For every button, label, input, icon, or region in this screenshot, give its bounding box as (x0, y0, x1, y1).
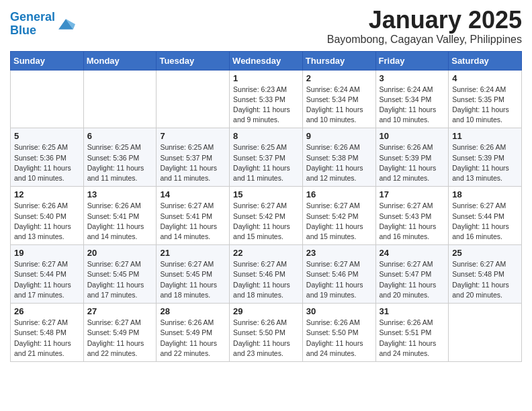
calendar-cell: 16Sunrise: 6:27 AMSunset: 5:42 PMDayligh… (302, 187, 375, 245)
calendar-week-row: 5Sunrise: 6:25 AMSunset: 5:36 PMDaylight… (11, 128, 522, 187)
calendar-cell: 25Sunrise: 6:27 AMSunset: 5:48 PMDayligh… (449, 245, 522, 304)
calendar-cell: 5Sunrise: 6:25 AMSunset: 5:36 PMDaylight… (11, 128, 84, 187)
day-number: 3 (380, 73, 445, 83)
calendar-cell: 21Sunrise: 6:27 AMSunset: 5:45 PMDayligh… (157, 245, 230, 304)
col-header-tuesday: Tuesday (157, 51, 230, 70)
day-number: 14 (160, 189, 226, 199)
day-info: Sunrise: 6:27 AMSunset: 5:44 PMDaylight:… (452, 201, 518, 242)
day-info: Sunrise: 6:26 AMSunset: 5:49 PMDaylight:… (160, 318, 226, 359)
day-info: Sunrise: 6:27 AMSunset: 5:42 PMDaylight:… (233, 201, 299, 242)
day-number: 21 (160, 248, 226, 258)
day-info: Sunrise: 6:26 AMSunset: 5:38 PMDaylight:… (306, 142, 372, 183)
day-number: 24 (380, 248, 445, 258)
calendar-cell: 14Sunrise: 6:27 AMSunset: 5:41 PMDayligh… (157, 187, 230, 245)
calendar-cell: 30Sunrise: 6:26 AMSunset: 5:50 PMDayligh… (302, 304, 375, 362)
day-number: 6 (87, 131, 153, 141)
calendar-week-row: 12Sunrise: 6:26 AMSunset: 5:40 PMDayligh… (11, 187, 522, 245)
calendar-cell: 24Sunrise: 6:27 AMSunset: 5:47 PMDayligh… (375, 245, 449, 304)
title-block: January 2025 Bayombong, Cagayan Valley, … (327, 7, 522, 46)
month-title: January 2025 (327, 7, 522, 34)
calendar-week-row: 26Sunrise: 6:27 AMSunset: 5:48 PMDayligh… (11, 304, 522, 362)
day-number: 13 (87, 189, 153, 199)
day-info: Sunrise: 6:25 AMSunset: 5:36 PMDaylight:… (14, 142, 80, 183)
day-info: Sunrise: 6:27 AMSunset: 5:45 PMDaylight:… (160, 259, 226, 300)
day-number: 17 (380, 189, 445, 199)
day-info: Sunrise: 6:26 AMSunset: 5:51 PMDaylight:… (380, 318, 445, 359)
day-number: 19 (14, 248, 80, 258)
calendar-cell: 13Sunrise: 6:26 AMSunset: 5:41 PMDayligh… (83, 187, 157, 245)
calendar-cell: 3Sunrise: 6:24 AMSunset: 5:34 PMDaylight… (375, 70, 449, 128)
calendar-week-row: 1Sunrise: 6:23 AMSunset: 5:33 PMDaylight… (11, 70, 522, 128)
day-info: Sunrise: 6:24 AMSunset: 5:34 PMDaylight:… (306, 85, 372, 126)
calendar-cell (11, 70, 84, 128)
day-info: Sunrise: 6:26 AMSunset: 5:40 PMDaylight:… (14, 201, 80, 242)
day-info: Sunrise: 6:27 AMSunset: 5:48 PMDaylight:… (452, 259, 518, 300)
calendar-header-row: SundayMondayTuesdayWednesdayThursdayFrid… (11, 51, 522, 70)
calendar-cell (449, 304, 522, 362)
calendar-cell (157, 70, 230, 128)
calendar-week-row: 19Sunrise: 6:27 AMSunset: 5:44 PMDayligh… (11, 245, 522, 304)
day-number: 2 (306, 73, 372, 83)
day-info: Sunrise: 6:25 AMSunset: 5:37 PMDaylight:… (160, 142, 226, 183)
day-number: 8 (233, 131, 299, 141)
logo-text: General Blue (10, 11, 55, 38)
day-number: 23 (306, 248, 372, 258)
calendar-cell: 12Sunrise: 6:26 AMSunset: 5:40 PMDayligh… (11, 187, 84, 245)
day-number: 26 (14, 306, 80, 316)
day-number: 7 (160, 131, 226, 141)
logo: General Blue (10, 11, 75, 38)
day-info: Sunrise: 6:27 AMSunset: 5:45 PMDaylight:… (87, 259, 153, 300)
calendar-cell: 28Sunrise: 6:26 AMSunset: 5:49 PMDayligh… (157, 304, 230, 362)
day-number: 29 (233, 306, 299, 316)
calendar-cell (83, 70, 157, 128)
calendar-cell: 11Sunrise: 6:26 AMSunset: 5:39 PMDayligh… (449, 128, 522, 187)
calendar-cell: 7Sunrise: 6:25 AMSunset: 5:37 PMDaylight… (157, 128, 230, 187)
day-info: Sunrise: 6:27 AMSunset: 5:49 PMDaylight:… (87, 318, 153, 359)
day-info: Sunrise: 6:27 AMSunset: 5:48 PMDaylight:… (14, 318, 80, 359)
calendar-cell: 6Sunrise: 6:25 AMSunset: 5:36 PMDaylight… (83, 128, 157, 187)
day-number: 5 (14, 131, 80, 141)
logo-icon (56, 15, 75, 34)
day-info: Sunrise: 6:23 AMSunset: 5:33 PMDaylight:… (233, 85, 299, 126)
calendar-cell: 18Sunrise: 6:27 AMSunset: 5:44 PMDayligh… (449, 187, 522, 245)
day-number: 4 (452, 73, 518, 83)
calendar-cell: 1Sunrise: 6:23 AMSunset: 5:33 PMDaylight… (230, 70, 303, 128)
col-header-wednesday: Wednesday (230, 51, 303, 70)
day-info: Sunrise: 6:24 AMSunset: 5:34 PMDaylight:… (380, 85, 445, 126)
day-number: 27 (87, 306, 153, 316)
calendar-table: SundayMondayTuesdayWednesdayThursdayFrid… (10, 51, 522, 362)
logo-line1: General (10, 10, 55, 24)
col-header-friday: Friday (375, 51, 449, 70)
day-info: Sunrise: 6:27 AMSunset: 5:43 PMDaylight:… (380, 201, 445, 242)
day-info: Sunrise: 6:26 AMSunset: 5:39 PMDaylight:… (452, 142, 518, 183)
day-info: Sunrise: 6:27 AMSunset: 5:46 PMDaylight:… (306, 259, 372, 300)
day-number: 15 (233, 189, 299, 199)
day-number: 31 (380, 306, 445, 316)
day-number: 22 (233, 248, 299, 258)
day-info: Sunrise: 6:25 AMSunset: 5:36 PMDaylight:… (87, 142, 153, 183)
day-info: Sunrise: 6:26 AMSunset: 5:39 PMDaylight:… (380, 142, 445, 183)
day-number: 1 (233, 73, 299, 83)
calendar-cell: 8Sunrise: 6:25 AMSunset: 5:37 PMDaylight… (230, 128, 303, 187)
col-header-monday: Monday (83, 51, 157, 70)
calendar-cell: 31Sunrise: 6:26 AMSunset: 5:51 PMDayligh… (375, 304, 449, 362)
page-header: General Blue January 2025 Bayombong, Cag… (10, 7, 522, 46)
logo-line2: Blue (10, 24, 36, 37)
day-info: Sunrise: 6:27 AMSunset: 5:42 PMDaylight:… (306, 201, 372, 242)
calendar-cell: 27Sunrise: 6:27 AMSunset: 5:49 PMDayligh… (83, 304, 157, 362)
calendar-cell: 20Sunrise: 6:27 AMSunset: 5:45 PMDayligh… (83, 245, 157, 304)
calendar-cell: 19Sunrise: 6:27 AMSunset: 5:44 PMDayligh… (11, 245, 84, 304)
day-number: 9 (306, 131, 372, 141)
day-number: 12 (14, 189, 80, 199)
col-header-sunday: Sunday (11, 51, 84, 70)
location-title: Bayombong, Cagayan Valley, Philippines (327, 34, 522, 46)
calendar-cell: 4Sunrise: 6:24 AMSunset: 5:35 PMDaylight… (449, 70, 522, 128)
col-header-saturday: Saturday (449, 51, 522, 70)
calendar-cell: 17Sunrise: 6:27 AMSunset: 5:43 PMDayligh… (375, 187, 449, 245)
day-info: Sunrise: 6:27 AMSunset: 5:41 PMDaylight:… (160, 201, 226, 242)
day-number: 11 (452, 131, 518, 141)
calendar-cell: 22Sunrise: 6:27 AMSunset: 5:46 PMDayligh… (230, 245, 303, 304)
day-number: 20 (87, 248, 153, 258)
day-info: Sunrise: 6:27 AMSunset: 5:44 PMDaylight:… (14, 259, 80, 300)
day-info: Sunrise: 6:26 AMSunset: 5:50 PMDaylight:… (233, 318, 299, 359)
